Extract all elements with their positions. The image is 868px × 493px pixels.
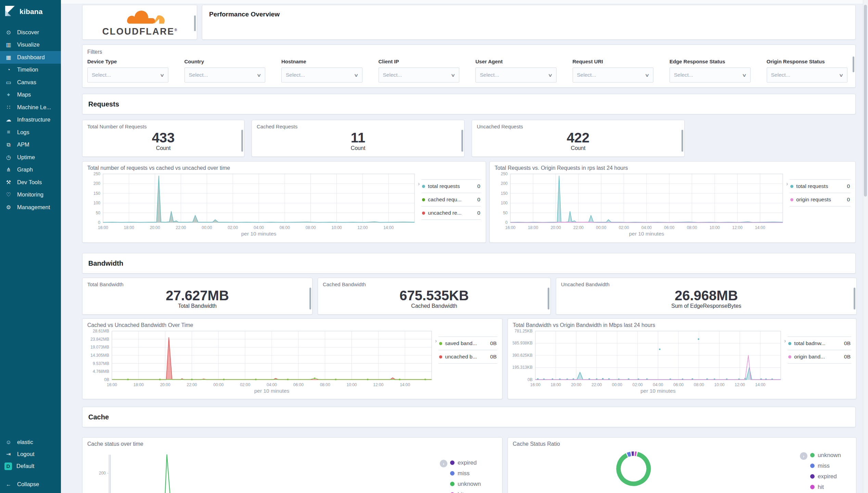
panel-scrollbar[interactable]: [461, 130, 463, 152]
legend-item-saved-band-[interactable]: saved band...0B: [438, 337, 497, 350]
legend-value: 0B: [490, 354, 497, 360]
legend-item-unknown[interactable]: unknown: [810, 450, 841, 460]
sidebar-item-label: elastic: [17, 439, 33, 445]
graph-icon: ⋔: [4, 166, 13, 173]
chart-title: Total Requests vs. Origin Requests in rp…: [495, 165, 851, 171]
filter-select-user-agent[interactable]: Select...∨: [475, 67, 557, 83]
legend-item-origin-requests[interactable]: origin requests0: [790, 193, 851, 206]
sidebar-item-uptime[interactable]: ◷Uptime: [0, 151, 61, 164]
legend-item-total-badnw-[interactable]: total badnw...0B: [788, 337, 851, 350]
sidebar-item-logs[interactable]: ≡Logs: [0, 126, 61, 139]
sidebar-item-discover[interactable]: ⊙Discover: [0, 26, 61, 39]
sidebar-item-visualize[interactable]: ▥Visualize: [0, 39, 61, 51]
sidebar-item-timelion[interactable]: ◔Timelion: [0, 64, 61, 76]
legend-label: saved band...: [445, 340, 477, 346]
bandwidth-over-time-chart[interactable]: 16:0018:0020:0022:0000:0002:0004:0006:00…: [87, 328, 435, 395]
filter-select-country[interactable]: Select...∨: [184, 67, 266, 83]
sidebar-item-canvas[interactable]: ▭Canvas: [0, 76, 61, 89]
sidebar-item-label: Maps: [17, 91, 31, 98]
filter-select-edge-response-status[interactable]: Select...∨: [669, 67, 751, 83]
chart-title: Cache status over time: [87, 441, 497, 447]
chart-legend: total badnw...0Borigin band...0B: [788, 337, 851, 395]
legend-item-miss[interactable]: miss: [450, 468, 486, 479]
page-scrollbar-thumb[interactable]: [864, 5, 867, 197]
sidebar-item-monitoring[interactable]: ♡Monitoring: [0, 189, 61, 201]
sidebar-item-elastic[interactable]: ☺elastic: [0, 436, 61, 448]
sidebar-item-apm[interactable]: ⧉APM: [0, 139, 61, 151]
chevron-down-icon: ∨: [645, 73, 650, 78]
panel-scrollbar[interactable]: [681, 130, 683, 152]
panel-scrollbar[interactable]: [194, 15, 196, 31]
chevron-down-icon: ∨: [839, 73, 844, 78]
select-placeholder: Select...: [189, 72, 208, 78]
requests-vs-origin-chart[interactable]: 16:0018:0020:0022:0000:0002:0004:0006:00…: [495, 171, 786, 238]
svg-text:00:00: 00:00: [612, 382, 622, 387]
legend-expand-icon[interactable]: ›: [418, 179, 420, 239]
sidebar-item-logout[interactable]: ⇥Logout: [0, 448, 61, 460]
panel-scrollbar[interactable]: [309, 288, 311, 309]
sidebar-item-maps[interactable]: ⌖Maps: [0, 89, 61, 101]
legend-item-uncached-b-[interactable]: uncached b...0B: [438, 350, 497, 364]
filter-select-device-type[interactable]: Select...∨: [87, 67, 168, 83]
sidebar-item-default[interactable]: DDefault: [0, 460, 61, 472]
filter-select-client-ip[interactable]: Select...∨: [379, 67, 460, 83]
legend-item-origin-band-[interactable]: origin band...0B: [788, 350, 851, 364]
legend-label: origin band...: [794, 354, 825, 360]
requests-over-time-chart[interactable]: 16:0018:0020:0022:0000:0002:0004:0006:00…: [87, 171, 418, 238]
sidebar-item-graph[interactable]: ⋔Graph: [0, 164, 61, 176]
chevron-down-icon: ∨: [548, 73, 553, 78]
svg-text:200: 200: [99, 471, 106, 476]
kibana-home-link[interactable]: kibana: [0, 0, 61, 23]
sidebar-nav: ⊙Discover▥Visualize▦Dashboard◔Timelion▭C…: [0, 26, 61, 214]
sidebar-item-collapse[interactable]: ←Collapse: [0, 478, 61, 490]
bandwidth-vs-origin-chart[interactable]: 16:0018:0020:0022:0000:0002:0004:0006:00…: [513, 328, 784, 395]
page-scrollbar[interactable]: [863, 0, 868, 493]
sidebar-item-machine-le[interactable]: ∷Machine Le...: [0, 101, 61, 114]
legend-item-total-requests[interactable]: total requests0: [790, 179, 851, 193]
svg-text:00:00: 00:00: [202, 225, 212, 230]
chevron-down-icon: ∨: [451, 73, 456, 78]
svg-text:14:00: 14:00: [755, 225, 765, 230]
legend-item-cached-requ-[interactable]: cached requ...0: [421, 193, 481, 206]
legend-item-expired[interactable]: expired: [810, 471, 841, 482]
sidebar-item-dashboard[interactable]: ▦Dashboard: [0, 51, 61, 64]
panel-scrollbar[interactable]: [241, 130, 243, 152]
legend-item-total-requests[interactable]: total requests0: [421, 179, 481, 193]
legend-item-hit[interactable]: hit: [810, 482, 841, 492]
legend-expand-icon[interactable]: ›: [800, 452, 807, 460]
sidebar-item-label: Monitoring: [17, 191, 43, 198]
legend-expand-icon[interactable]: ›: [786, 179, 788, 239]
svg-text:06:00: 06:00: [280, 225, 290, 230]
svg-text:12:00: 12:00: [357, 225, 368, 230]
cache-ratio-donut[interactable]: [613, 448, 654, 490]
legend-item-uncached-re-[interactable]: uncached re...0: [421, 206, 481, 220]
legend-item-miss[interactable]: miss: [810, 460, 841, 471]
legend-dot: [810, 453, 815, 457]
legend-expand-icon[interactable]: ›: [435, 337, 437, 395]
filter-select-request-uri[interactable]: Select...∨: [573, 67, 654, 83]
svg-text:16:00: 16:00: [98, 225, 108, 230]
filter-select-hostname[interactable]: Select...∨: [281, 67, 362, 83]
select-placeholder: Select...: [577, 72, 596, 78]
legend-item-unknown[interactable]: unknown: [450, 479, 486, 489]
panel-scrollbar[interactable]: [854, 288, 855, 309]
sidebar-item-dev-tools[interactable]: ⚒Dev Tools: [0, 176, 61, 189]
sidebar-item-management[interactable]: ⚙Management: [0, 201, 61, 214]
metric-unit: Sum of EdgeResponseBytes: [561, 303, 852, 309]
legend-item-expired[interactable]: expired: [450, 457, 486, 468]
legend-item-hit[interactable]: hit: [450, 489, 486, 493]
panel-scrollbar[interactable]: [548, 288, 549, 309]
sidebar-item-infrastructure[interactable]: ☁Infrastructure: [0, 114, 61, 126]
svg-text:04:00: 04:00: [267, 382, 277, 387]
filter-field-device-type: Device TypeSelect...∨: [87, 59, 168, 83]
legend-expand-icon[interactable]: ›: [440, 460, 447, 467]
filter-select-origin-response-status[interactable]: Select...∨: [767, 67, 848, 83]
svg-text:20:00: 20:00: [160, 382, 170, 387]
sidebar-item-label: Canvas: [17, 79, 36, 86]
legend-label: expired: [458, 459, 477, 466]
svg-text:150: 150: [93, 191, 100, 196]
cache-status-chart[interactable]: 20015010050Count: [87, 452, 440, 493]
legend-expand-icon[interactable]: ›: [784, 337, 786, 395]
panel-scrollbar[interactable]: [853, 56, 854, 72]
chart-legend: expiredmissunknownhitrevalidated: [450, 457, 486, 493]
